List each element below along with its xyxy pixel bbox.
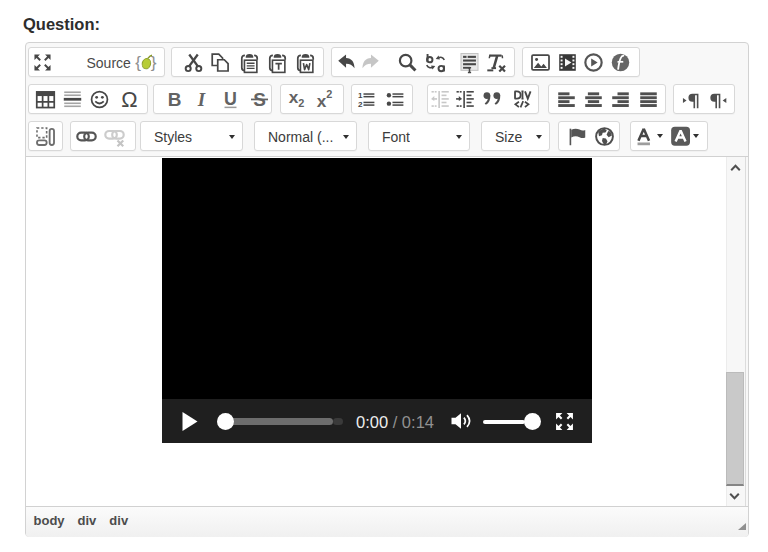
svg-text:2: 2	[326, 88, 332, 100]
svg-text:I: I	[196, 88, 205, 109]
svg-text:B: B	[167, 88, 181, 109]
svg-text:2: 2	[298, 97, 304, 109]
svg-text:{: {	[135, 52, 141, 72]
svg-text:Ω: Ω	[121, 88, 137, 111]
svg-text:2: 2	[358, 99, 363, 108]
svg-text:U: U	[224, 88, 237, 108]
